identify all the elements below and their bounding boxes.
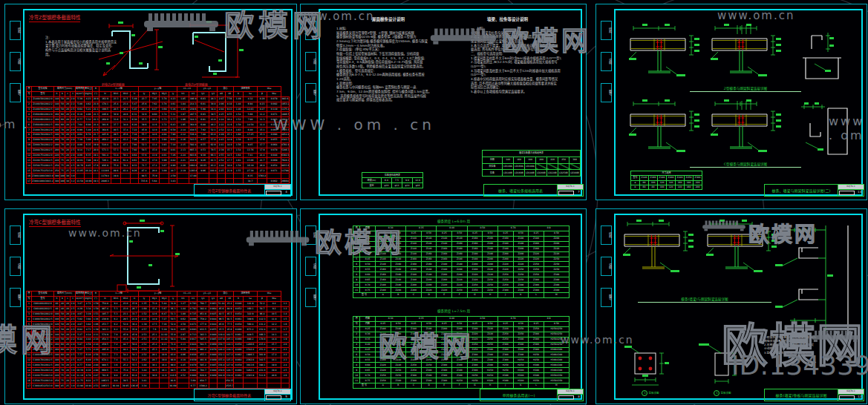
table-cell: 0.988	[209, 332, 218, 338]
table-cell: Z300	[483, 347, 498, 352]
table-cell: 75.9	[150, 174, 160, 179]
table-cell	[160, 179, 169, 184]
table-cell: 30.8	[209, 102, 218, 107]
table-cell: Z300	[406, 373, 422, 378]
table-cell: Wx1	[111, 296, 121, 301]
table-cell: 0.25	[437, 321, 452, 326]
table-cell: 55.5	[131, 363, 139, 368]
table-cell: 7.16	[160, 322, 169, 327]
table-cell: 36.3	[169, 306, 177, 312]
table-cell: 截面面积	[76, 292, 85, 297]
z-section-diagram	[87, 19, 169, 85]
table-cell: Z200	[437, 337, 452, 342]
table-cell: C	[406, 292, 422, 297]
table-cell: 号	[27, 296, 32, 301]
table-cell: 82.5	[218, 312, 226, 317]
table-cell: 9.8	[111, 373, 121, 378]
purlin-detail	[795, 27, 858, 85]
table-cell: 8.09	[76, 142, 85, 148]
table-cell: 单位重量	[85, 292, 93, 297]
table-cell: 0.944	[209, 317, 218, 322]
table-cell: 5	[27, 117, 32, 122]
table-cell: 1.8	[281, 332, 290, 338]
table-cell: 0.098	[267, 133, 281, 138]
table-cell: x—x轴	[99, 87, 139, 92]
table-cell: Z250	[513, 332, 529, 337]
table-cell: 1082.4	[189, 163, 198, 168]
notes: 1.刚架斜梁与檩条采用普通螺栓连接, 螺栓规格详见图集说明, 垫板规格-M12。…	[764, 335, 857, 355]
table-cell: C250X75X20X3.0	[32, 378, 54, 383]
table-cell: Ix1	[177, 91, 189, 96]
table-cell: 5.47	[131, 102, 139, 107]
table-cell: 182.5	[226, 332, 234, 338]
table-cell: 6.35	[85, 153, 93, 158]
table-cell: C180X60X20X2.5	[32, 352, 54, 358]
table-cell: 838.9	[189, 158, 198, 163]
table-cell: 2.21	[177, 158, 189, 163]
table-cell: 5.98	[198, 107, 209, 112]
table-cell: 1.83	[177, 107, 189, 112]
table-cell: 74.2	[131, 378, 139, 383]
table-cell: H300	[497, 373, 513, 378]
table-cell: 11798.3	[281, 168, 290, 174]
table-cell: 14.8	[267, 338, 281, 343]
table-cell: 9.30	[198, 153, 209, 158]
table-cell	[558, 163, 570, 170]
table-cell: Z180	[437, 267, 452, 272]
table-title: 檩条跨度 L=7.5m 用	[409, 309, 498, 313]
table-cell: 21.3	[93, 117, 99, 122]
table-cell: 3.72	[160, 122, 169, 128]
table-cell: 6.0	[382, 178, 392, 183]
table-cell: Iy1	[198, 91, 209, 96]
table-cell: 158.7	[218, 342, 226, 347]
table-cell: 0.119	[267, 107, 281, 112]
table-cell: 184.9	[218, 373, 226, 378]
table-cell: 5.32	[85, 117, 93, 122]
table-cell: 2.62	[139, 358, 150, 363]
table-cell: 17.25	[244, 133, 258, 138]
table-cell: 342.5	[258, 358, 267, 363]
table-cell: 0.066	[234, 368, 244, 373]
table-cell: 13.05	[76, 168, 85, 174]
table-cell: 4.23	[169, 96, 177, 102]
table-cell: 754.8	[99, 301, 111, 306]
table-cell: x1—x1	[177, 87, 198, 92]
table-cell: t	[71, 296, 76, 301]
table-cell: 1.96	[177, 117, 189, 122]
table-cell: 5.87	[76, 342, 85, 347]
table-cell: 4.86	[85, 112, 93, 117]
table-cell: 2.53	[139, 338, 150, 343]
table-cell: 324.3	[189, 117, 198, 122]
table-cell: 15.9	[131, 301, 139, 306]
table-cell: 4701.9	[281, 142, 290, 148]
table-cell: 43.0	[209, 117, 218, 122]
table-cell: Z140	[437, 241, 452, 246]
table-cell: 2.0	[71, 96, 76, 102]
table-cell: Ix	[99, 296, 111, 301]
table-cell: Z250	[483, 342, 498, 347]
table-cell: 50.1	[121, 153, 131, 158]
table-cell: 9.13	[160, 342, 169, 347]
table-cell: Z300	[529, 342, 544, 347]
table-cell: 6.47	[160, 312, 169, 317]
table-cell: 91.04	[111, 383, 121, 389]
table-cell: 0.079	[267, 148, 281, 153]
table-cell: Z220	[421, 347, 437, 352]
table-cell: Z140	[391, 257, 406, 262]
table-cell: Z160	[452, 251, 468, 257]
table-cell: Z200	[467, 262, 483, 267]
margin-label: 说明	[601, 52, 612, 71]
table-cell: C220X75X20X3.0	[32, 373, 54, 378]
table-cell: Z300	[437, 368, 452, 373]
table-cell: 21.7	[93, 133, 99, 138]
table-cell: Z250	[513, 272, 529, 277]
table-cell: 33.6	[111, 117, 121, 122]
table-cell: 2.06	[218, 102, 226, 107]
table-cell: 0.50	[513, 231, 529, 236]
table-cell: 560.4	[244, 322, 258, 327]
table-cell: 85	[60, 383, 65, 389]
table-cell: 7.94	[131, 142, 139, 148]
table-cell: 2.5	[71, 306, 76, 312]
table-cell	[209, 378, 218, 383]
table-cell: 1	[353, 236, 360, 241]
